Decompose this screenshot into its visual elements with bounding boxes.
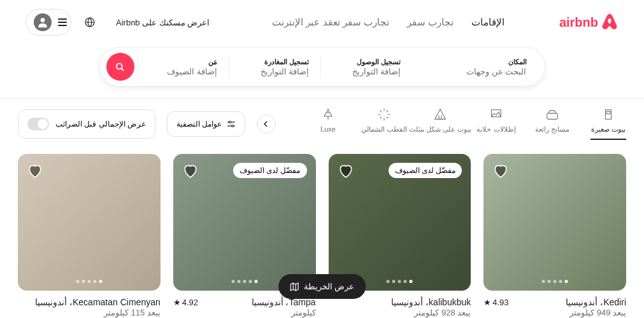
category-5[interactable]: Luxe: [310, 107, 346, 140]
carousel-dots: [387, 280, 413, 283]
chevron-left-icon[interactable]: [257, 114, 276, 134]
main-nav: الإقامات تجارب سفر تجارب سفر تعقد عبر ال…: [272, 17, 504, 28]
category-2[interactable]: إطلالات خلابة: [478, 107, 514, 140]
listing-image: [18, 154, 161, 291]
avatar-icon: [34, 13, 52, 31]
search-where[interactable]: المكان البحث عن وجهات: [413, 55, 538, 79]
svg-point-14: [232, 125, 234, 127]
airbnb-logo[interactable]: airbnb: [559, 13, 619, 31]
rating: 4.92 ★: [173, 298, 198, 307]
guest-favorite-badge: مفضّل لدى الضيوف: [233, 163, 307, 178]
listing-title: Kecamatan Cimenyan، أندونيسيا: [35, 297, 161, 307]
user-menu[interactable]: [25, 9, 71, 36]
category-0[interactable]: بيوت صغيرة: [590, 107, 626, 140]
search-checkin[interactable]: تسجيل الوصول إضافة التواريخ: [320, 55, 412, 79]
hamburger-icon: [58, 18, 67, 26]
heart-icon[interactable]: [338, 163, 354, 179]
svg-point-12: [229, 121, 231, 123]
carousel-dots: [231, 280, 257, 283]
listing-image: مفضّل لدى الضيوف: [329, 154, 471, 291]
svg-point-2: [117, 63, 122, 69]
category-3[interactable]: بيوت على شكل مثلث: [422, 107, 458, 140]
show-map-button[interactable]: عرض الخريطة: [278, 274, 366, 299]
category-list: بيوت صغيرةمسابح رائعةإطلالات خلابةبيوت ع…: [287, 107, 626, 140]
search-button[interactable]: [106, 53, 134, 81]
svg-rect-5: [606, 111, 610, 114]
listing-distance: يبعد 928 كيلومتر: [329, 308, 471, 317]
listing-distance: يبعد 115 كيلومتر: [18, 308, 161, 317]
category-1[interactable]: مسابح رائعة: [534, 107, 570, 140]
heart-icon[interactable]: [27, 163, 43, 179]
nav-online-experiences[interactable]: تجارب سفر تعقد عبر الإنترنت: [272, 17, 389, 28]
toggle-switch: [27, 118, 49, 130]
svg-line-3: [121, 68, 124, 71]
listing-distance: كيلومتر: [173, 308, 316, 317]
carousel-dots: [542, 280, 568, 283]
search-who[interactable]: مَن إضافة الضيوف: [137, 55, 229, 79]
host-link[interactable]: اعرض مسكنك على Airbnb: [108, 11, 217, 34]
heart-icon[interactable]: [182, 163, 199, 179]
search-checkout[interactable]: تسجيل المغادرة إضافة التواريخ: [229, 55, 320, 79]
listing-image: مفضّل لدى الضيوف: [173, 154, 316, 291]
listing-title: Kediri، أندونيسيا: [566, 297, 626, 307]
filters-button[interactable]: عوامل التصفية: [167, 111, 245, 137]
listing-distance: يبعد 949 كيلومتر: [483, 308, 626, 317]
heart-icon[interactable]: [492, 163, 509, 179]
globe-icon[interactable]: [78, 10, 102, 34]
listing-card[interactable]: Kecamatan Cimenyan، أندونيسيايبعد 115 كي…: [18, 154, 161, 318]
listing-card[interactable]: Kediri، أندونيسيا4.93 ★يبعد 949 كيلومتر2…: [483, 154, 626, 318]
rating: 4.93 ★: [483, 298, 508, 307]
guest-favorite-badge: مفضّل لدى الضيوف: [389, 163, 462, 178]
carousel-dots: [76, 280, 102, 283]
category-4[interactable]: القطب الشمالي: [366, 107, 402, 140]
category-6[interactable]: نُزل يابانية: [287, 107, 290, 140]
nav-stays[interactable]: الإقامات: [471, 17, 504, 28]
nav-experiences[interactable]: تجارب سفر: [407, 17, 454, 28]
listing-title: kalibukbuk، أندونيسيا: [391, 297, 471, 307]
listing-image: [483, 154, 626, 291]
svg-rect-6: [547, 113, 558, 119]
search-bar: المكان البحث عن وجهات تسجيل الوصول إضافة…: [99, 47, 545, 86]
tax-toggle[interactable]: عرض الإجمالي قبل الضرائب: [18, 109, 155, 139]
svg-point-1: [41, 18, 45, 22]
